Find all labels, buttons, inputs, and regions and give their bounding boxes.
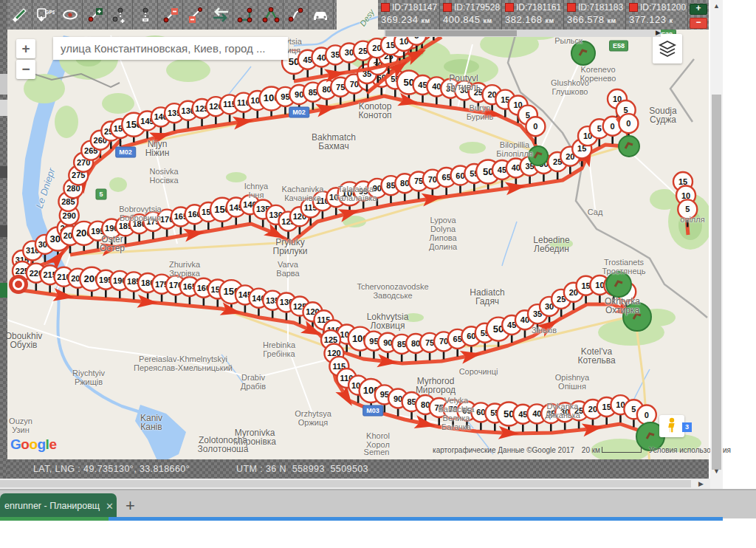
route-start-marker[interactable] [9,275,28,294]
svg-text:65: 65 [453,335,462,343]
svg-text:290: 290 [63,211,76,220]
map-canvas[interactable]: 3153103053002952902852802752702652602551… [0,0,709,479]
map-attribution: картографические Данные ©Google 2017 20 … [433,446,731,454]
route-distance: 366.578 км [567,14,625,25]
svg-text:60: 60 [476,408,485,417]
route-panel[interactable]: ID:7181161382.168 км [502,0,564,30]
svg-text:30: 30 [560,408,569,417]
svg-text:10: 10 [681,191,690,200]
loop-route-button[interactable] [258,0,284,30]
via-marker[interactable] [619,136,639,157]
via-marker[interactable] [571,41,595,65]
utm-readout: UTM : 36 N 558993 5509503 [236,464,368,474]
via-marker[interactable] [529,146,548,165]
svg-text:125: 125 [324,335,337,344]
route-panel[interactable]: ID:7179528400.845 км [440,0,502,30]
left-panel-edge[interactable] [0,0,7,479]
road-badge: M02 [115,147,136,158]
road-badge: M02 [289,107,309,118]
scroll-down-icon[interactable]: ▼ [713,467,720,475]
curve-route-icon [286,6,306,24]
new-tab-button[interactable]: + [126,498,135,514]
pencil-edit-button[interactable] [7,0,32,30]
car-routing-button[interactable] [309,0,334,30]
svg-text:15: 15 [678,177,687,186]
insert-point-segment-button[interactable] [133,0,158,30]
svg-text:20: 20 [588,405,597,414]
route-id: ID:7181200 [640,2,686,13]
horizontal-scrollbar-thumb[interactable] [0,480,691,487]
left-panel-edge-item [0,74,7,95]
svg-text:95: 95 [359,187,368,196]
browser-tab-strip: enrunner - Планировщ ✕ + [0,489,756,518]
tab-close-icon[interactable]: ✕ [106,501,114,512]
delete-point-button[interactable] [183,0,208,30]
svg-text:5: 5 [597,124,602,133]
svg-text:35: 35 [331,50,340,59]
route-color-icon [381,3,390,12]
svg-text:70: 70 [428,175,437,184]
svg-text:45: 45 [418,81,427,89]
add-point-end-button[interactable] [83,0,108,30]
pegman-button[interactable] [659,415,684,437]
layers-icon [658,39,677,58]
via-marker[interactable] [623,303,651,331]
route-id: ID:7181147 [392,2,437,13]
svg-text:85: 85 [397,340,406,349]
svg-text:15: 15 [602,403,611,411]
panels-scrollbar[interactable]: ▶ [384,30,661,37]
zoom-out-button[interactable]: − [16,60,35,79]
curve-route-button[interactable] [284,0,309,30]
eye-icon [61,6,80,24]
svg-text:40: 40 [317,53,326,62]
svg-text:45: 45 [518,410,527,419]
status-badge[interactable]: 3 [682,422,692,432]
panels-scrollbar-thumb[interactable] [385,30,517,36]
svg-text:25: 25 [574,406,583,415]
eye-button[interactable] [58,0,83,30]
svg-text:15: 15 [581,281,590,290]
vertical-scrollbar[interactable]: ▲ ▼ [710,0,723,489]
gps-import-button[interactable]: GPS [32,0,58,30]
km-marker[interactable]: 5 [678,199,697,219]
add-route-button[interactable]: + [690,4,707,15]
tab-accent-line [0,517,109,521]
remove-route-button[interactable]: − [690,18,707,29]
search-input[interactable] [53,37,288,60]
left-panel-edge-item [0,225,7,237]
km-marker[interactable]: 0 [526,117,545,136]
road-badge: 5 [95,189,106,200]
svg-text:75: 75 [414,177,423,185]
svg-text:75: 75 [425,338,434,347]
route-panel[interactable]: ID:7181183366.578 км [564,0,626,30]
layers-button[interactable] [653,34,682,64]
browser-tab[interactable]: enrunner - Планировщ ✕ [0,493,117,518]
via-marker[interactable] [606,272,631,297]
scroll-right-icon[interactable]: ▶ [698,480,704,487]
segment-route-button[interactable] [233,0,258,30]
route-panel[interactable]: ID:7181200377.123 к [626,0,688,30]
insert-point-button[interactable] [108,0,133,30]
svg-text:40: 40 [532,409,541,418]
svg-text:40: 40 [512,163,520,172]
horizontal-scrollbar[interactable]: ▶ [0,479,710,489]
route-panel[interactable]: ID:7181147369.234 км [378,0,440,30]
vertical-scrollbar-thumb[interactable] [712,95,721,470]
route-distance: 400.845 км [443,14,501,25]
km-marker[interactable]: 0 [619,114,638,133]
delete-point-end-button[interactable] [158,0,183,30]
scroll-up-icon[interactable]: ▲ [713,2,720,10]
svg-text:85: 85 [386,181,395,190]
reverse-route-button[interactable] [208,0,233,30]
svg-text:45: 45 [498,165,506,174]
svg-text:0: 0 [533,122,537,131]
svg-text:25: 25 [359,47,368,55]
panels-scroll-right-icon[interactable]: ▶ [656,29,661,37]
screen: { "toolbar": { "buttons": [ {"icon": "pe… [0,0,756,548]
route-toolbar: GPS [7,0,337,30]
left-panel-edge-item [0,100,7,116]
segment-route-icon [236,6,255,24]
svg-text:90: 90 [383,338,392,347]
km-marker[interactable]: 0 [637,405,656,425]
zoom-in-button[interactable]: + [16,39,35,58]
